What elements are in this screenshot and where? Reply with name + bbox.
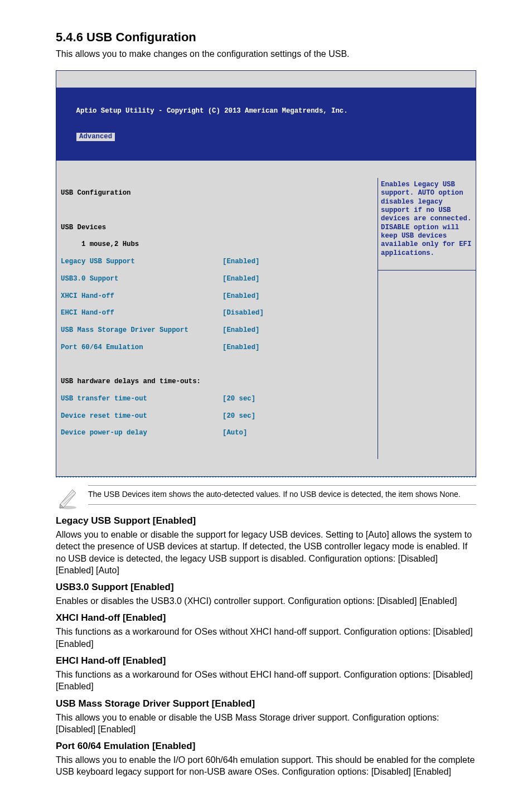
note-text: The USB Devices item shows the auto-dete… [88,485,476,505]
subsection-body: This functions as a workaround for OSes … [56,669,476,693]
bios-row: USB Mass Storage Driver Support[Enabled] [61,326,373,335]
intro-text: This allows you to make changes on the c… [56,48,476,60]
bios-screenshot: Aptio Setup Utility - Copyright (C) 2013… [56,70,476,477]
bios-row-value: [Auto] [223,429,373,437]
subsection-body: Allows you to enable or disable the supp… [56,529,476,576]
note-icon [56,485,80,510]
bios-row-value: [Enabled] [223,292,373,301]
bios-row: Device power-up delay[Auto] [61,429,373,437]
bios-row-label: EHCI Hand-off [61,309,223,317]
bios-bottom-divider [56,477,476,477]
bios-row-label: Legacy USB Support [61,258,223,266]
bios-devices-value: 1 mouse,2 Hubs [61,240,373,249]
bios-tab-advanced: Advanced [76,133,115,141]
bios-row-value: [Enabled] [223,326,373,335]
bios-row: Device reset time-out[20 sec] [61,412,373,421]
subsection-body: This allows you to enable or disable the… [56,712,476,736]
bios-row-value: [20 sec] [223,412,373,421]
bios-row: EHCI Hand-off[Disabled] [61,309,373,317]
bios-row-value: [Enabled] [223,258,373,266]
bios-row-value: [20 sec] [223,395,373,403]
subsection-title: USB3.0 Support [Enabled] [56,582,476,593]
bios-row-label: USB3.0 Support [61,275,223,283]
bios-devices-label: USB Devices [61,224,373,232]
bios-row-label: USB transfer time-out [61,395,223,403]
bios-row-label: Device power-up delay [61,429,223,437]
bios-section-title: USB Configuration [61,189,373,197]
bios-row-label: USB Mass Storage Driver Support [61,326,223,335]
bios-help-separator [378,270,476,270]
bios-row-label: Port 60/64 Emulation [61,344,223,352]
subsection-title: USB Mass Storage Driver Support [Enabled… [56,698,476,709]
bios-row: USB3.0 Support[Enabled] [61,275,373,283]
bios-left-pane: USB Configuration USB Devices 1 mouse,2 … [56,178,378,460]
subsection-body: This functions as a workaround for OSes … [56,626,476,650]
bios-row-label: XHCI Hand-off [61,292,223,301]
bios-row-value: [Enabled] [223,275,373,283]
bios-header: Aptio Setup Utility - Copyright (C) 2013… [56,88,476,161]
subsection-title: Legacy USB Support [Enabled] [56,515,476,526]
bios-title: Aptio Setup Utility - Copyright (C) 2013… [60,107,472,115]
bios-row: XHCI Hand-off[Enabled] [61,292,373,301]
subsection-title: XHCI Hand-off [Enabled] [56,612,476,624]
bios-subheader: USB hardware delays and time-outs: [61,378,373,386]
subsection-title: Port 60/64 Emulation [Enabled] [56,741,476,752]
bios-row: Legacy USB Support[Enabled] [61,258,373,266]
subsection-title: EHCI Hand-off [Enabled] [56,655,476,666]
subsection-body: Enables or disables the USB3.0 (XHCI) co… [56,595,476,607]
bios-row: Port 60/64 Emulation[Enabled] [61,344,373,352]
subsection-body: This allows you to enable the I/O port 6… [56,754,476,778]
bios-help-text: Enables Legacy USB support. AUTO option … [381,181,471,257]
bios-devices-value-text: 1 mouse,2 Hubs [81,240,139,248]
page-heading: 5.4.6 USB Configuration [56,30,476,45]
bios-help-pane: Enables Legacy USB support. AUTO option … [378,178,476,460]
bios-title-text: Aptio Setup Utility - Copyright (C) 2013… [76,107,348,115]
bios-row-value: [Disabled] [223,309,373,317]
bios-row: USB transfer time-out[20 sec] [61,395,373,403]
bios-row-value: [Enabled] [223,344,373,352]
bios-row-label: Device reset time-out [61,412,223,421]
